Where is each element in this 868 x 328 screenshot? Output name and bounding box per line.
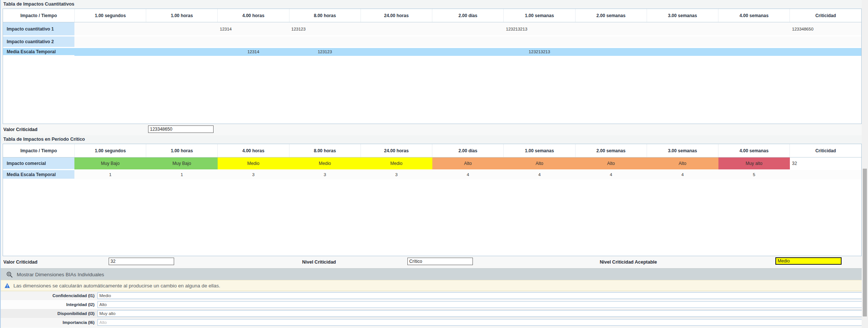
column-header: 8.00 horas — [289, 9, 361, 22]
column-header: 1.00 horas — [146, 144, 218, 157]
table-cell[interactable]: Muy Bajo — [74, 157, 146, 170]
column-header: 3.00 semanas — [647, 9, 718, 22]
table-cell[interactable] — [575, 36, 647, 48]
importancia-label: Importancia (I6) — [1, 320, 97, 325]
column-header: 24.00 horas — [361, 144, 432, 157]
table-cell — [146, 48, 218, 56]
table-cell[interactable] — [74, 36, 146, 48]
table-cell[interactable]: 123213213 — [504, 22, 575, 36]
table-cell: 4 — [432, 170, 504, 179]
critical-period-table-container: Impacto / Tiempo1.00 segundos1.00 horas4… — [3, 144, 862, 256]
field-row-importancia: Importancia (I6) — [1, 318, 868, 327]
table-cell — [647, 48, 718, 56]
table-cell[interactable]: 12314 — [218, 22, 289, 36]
table-cell: 3 — [289, 170, 361, 179]
column-header: 3.00 semanas — [647, 144, 718, 157]
table-cell: 1 — [146, 170, 218, 179]
table-cell[interactable] — [146, 36, 218, 48]
quantitative-impacts-table-container: Impacto / Tiempo1.00 segundos1.00 horas4… — [3, 9, 862, 124]
table-cell — [575, 48, 647, 56]
table-cell[interactable]: Alto — [647, 157, 718, 170]
column-header: Impacto / Tiempo — [3, 144, 74, 157]
field-row-integridad: Integridad (I2) — [1, 300, 868, 309]
table-cell[interactable]: Medio — [218, 157, 289, 170]
column-header: 1.00 segundos — [74, 144, 146, 157]
table-cell — [432, 48, 504, 56]
table-cell: 5 — [718, 170, 790, 179]
table-cell — [74, 48, 146, 56]
table-cell[interactable] — [504, 36, 575, 48]
zoom-in-icon — [6, 271, 13, 278]
table-cell[interactable] — [361, 22, 432, 36]
valor-criticidad-2-input[interactable] — [109, 258, 174, 265]
table-cell[interactable] — [432, 36, 504, 48]
table-cell: 123213213 — [504, 48, 575, 56]
nivel-criticidad-aceptable-input[interactable] — [775, 257, 842, 265]
table-cell[interactable] — [361, 36, 432, 48]
section-title-critical-period: Tabla de Impactos en Período Crítico — [1, 135, 868, 144]
column-header: 2.00 semanas — [575, 9, 647, 22]
table-cell[interactable]: Muy alto — [718, 157, 790, 170]
row-label: Impacto cuantitativo 1 — [3, 22, 74, 36]
table-cell[interactable]: Medio — [289, 157, 361, 170]
row-label: Media Escala Temporal — [3, 170, 74, 179]
section-title-quantitative: Tabla de Impactos Cuantitativos — [1, 0, 868, 9]
column-header: 8.00 horas — [289, 144, 361, 157]
table-cell[interactable] — [790, 36, 861, 48]
column-header: 1.00 segundos — [74, 9, 146, 22]
table-cell[interactable]: Muy Bajo — [146, 157, 218, 170]
table-cell[interactable] — [146, 22, 218, 36]
warning-triangle-icon — [4, 283, 10, 288]
nivel-criticidad-aceptable-label: Nivel Criticidad Aceptable — [600, 259, 657, 265]
disponibilidad-label: Disponibilidad (I3) — [1, 311, 97, 316]
table-cell: 4 — [647, 170, 718, 179]
table-cell[interactable] — [647, 36, 718, 48]
column-header: 2.00 semanas — [575, 144, 647, 157]
confidencialidad-input[interactable] — [97, 292, 864, 299]
table-cell[interactable] — [718, 22, 790, 36]
table-cell[interactable]: Alto — [432, 157, 504, 170]
table-cell[interactable] — [718, 36, 790, 48]
table-cell[interactable]: 123348650 — [790, 22, 861, 36]
column-header: 4.00 horas — [218, 9, 289, 22]
table-cell: 3 — [361, 170, 432, 179]
info-message-text: Las dimensiones se calcularán automática… — [13, 283, 220, 289]
table-row-impacto-comercial: Impacto comercialMuy BajoMuy BajoMedioMe… — [3, 157, 861, 170]
table-row-impacto-cuantitativo-1: Impacto cuantitativo 1123141231231232132… — [3, 22, 861, 36]
table-cell[interactable] — [575, 22, 647, 36]
table-cell — [361, 48, 432, 56]
table-cell — [718, 48, 790, 56]
table-cell: 4 — [575, 170, 647, 179]
valor-criticidad-2-label: Valor Criticidad — [3, 259, 38, 265]
show-dimensions-label: Mostrar Dimensiones BIAs Individuales — [17, 272, 104, 277]
vertical-scrollbar[interactable] — [862, 0, 868, 328]
table-cell[interactable] — [74, 22, 146, 36]
table-cell: 123123 — [289, 48, 361, 56]
nivel-criticidad-input[interactable] — [407, 258, 473, 265]
row-label: Impacto comercial — [3, 157, 74, 170]
importancia-input — [97, 319, 864, 326]
column-header: 1.00 semanas — [504, 9, 575, 22]
field-row-confidencialidad: Confidencialidad (I1) — [1, 291, 868, 300]
disponibilidad-input[interactable] — [97, 310, 864, 317]
column-header: 1.00 horas — [146, 9, 218, 22]
confidencialidad-label: Confidencialidad (I1) — [1, 293, 97, 298]
table-cell[interactable]: 123123 — [289, 22, 361, 36]
integridad-input[interactable] — [97, 301, 864, 308]
scrollbar-thumb[interactable] — [863, 169, 867, 316]
bia-dimension-fields: Confidencialidad (I1)Integridad (I2)Disp… — [1, 291, 868, 327]
column-header: 24.00 horas — [361, 9, 432, 22]
field-row-disponibilidad: Disponibilidad (I3) — [1, 309, 868, 318]
table-cell[interactable]: Alto — [575, 157, 647, 170]
table-cell[interactable] — [432, 22, 504, 36]
table-cell[interactable]: Alto — [504, 157, 575, 170]
valor-criticidad-input[interactable] — [148, 125, 214, 133]
table-cell[interactable] — [218, 36, 289, 48]
dimensions-info-message: Las dimensiones se calcularán automática… — [1, 280, 868, 291]
table-cell — [790, 48, 861, 56]
table-cell[interactable] — [289, 36, 361, 48]
table-cell[interactable] — [647, 22, 718, 36]
table-cell[interactable]: Medio — [361, 157, 432, 170]
column-header: Impacto / Tiempo — [3, 9, 74, 22]
show-individual-bia-dimensions-toggle[interactable]: Mostrar Dimensiones BIAs Individuales — [1, 268, 868, 280]
